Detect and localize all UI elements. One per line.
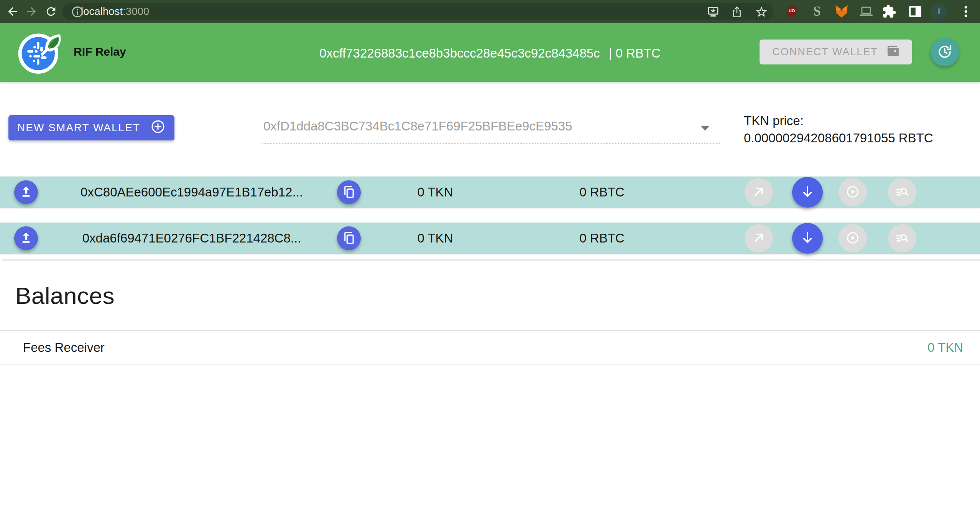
copy-icon [342,185,356,200]
balance-row-value: 0 TKN [927,331,963,365]
bookmark-star-icon[interactable] [755,5,768,18]
account-address: 0xcff73226883c1ce8b3bccc28e45c3c92c84348… [319,46,600,60]
connect-wallet-button[interactable]: CONNECT WALLET [760,40,912,64]
balance-row: Fees Receiver 0 TKN [0,331,980,365]
url-port: :3000 [123,6,149,17]
surfshark-icon[interactable]: S [810,4,824,19]
upload-icon [19,185,33,200]
play-circle-icon [845,231,860,246]
connect-wallet-label: CONNECT WALLET [772,46,878,58]
upload-icon [19,231,33,246]
wallet-address: 0xda6f69471E0276FC1BF221428C8... [58,223,326,254]
plus-circle-icon [150,119,166,137]
ublock-shield-icon[interactable]: UO [784,4,799,19]
smart-wallet-select-value: 0xfD1dda8C3BC734Bc1C8e71F69F25BFBEe9cE95… [263,119,572,134]
wallet-rbtc-balance: 0 RBTC [556,177,648,208]
kebab-menu-icon[interactable] [959,4,973,19]
list-search-icon [895,185,909,200]
execute-button[interactable] [839,178,867,206]
copy-address-button[interactable] [337,180,361,204]
list-search-icon [895,231,909,246]
receive-button[interactable] [792,177,823,208]
separator: | [609,46,612,60]
extensions-puzzle-icon[interactable] [882,4,896,19]
profile-avatar[interactable]: I [931,3,947,20]
receive-button[interactable] [792,223,823,254]
forward-arrow-icon[interactable] [25,5,38,18]
section-divider [2,259,980,261]
refresh-button[interactable] [931,38,959,66]
account-balance: 0 RBTC [616,46,661,60]
execute-button[interactable] [839,224,867,252]
address-bar[interactable]: localhost:3000 [62,3,773,20]
smart-wallet-row: 0xC80AEe600Ec1994a97E1B17eb12... 0 TKN 0… [0,177,980,208]
transfer-button[interactable] [745,178,773,206]
row-divider [0,365,980,365]
balances-title: Balances [15,282,115,309]
copy-address-button[interactable] [337,226,361,250]
smart-wallet-row: 0xda6f69471E0276FC1BF221428C8... 0 TKN 0… [0,223,980,254]
wallet-tkn-balance: 0 TKN [397,223,474,254]
transfer-button[interactable] [745,224,773,252]
deploy-wallet-button[interactable] [14,226,38,250]
arrow-down-icon [799,230,816,247]
arrow-down-icon [799,184,816,201]
play-circle-icon [845,185,860,200]
tkn-price: TKN price: 0.00000294208601791055 RBTC [744,112,933,147]
wallet-rbtc-balance: 0 RBTC [556,223,648,254]
arrow-up-right-icon [751,231,766,246]
new-smart-wallet-button[interactable]: NEW SMART WALLET [8,115,174,140]
new-smart-wallet-label: NEW SMART WALLET [17,122,140,134]
dropdown-caret-icon [701,126,709,131]
install-app-icon[interactable] [707,5,720,18]
relay-history-button[interactable] [888,178,916,206]
url-host: localhost:3000 [81,6,149,18]
wallet-tkn-balance: 0 TKN [397,177,474,208]
svg-text:UO: UO [789,8,795,13]
tkn-price-label: TKN price: [744,112,933,130]
deploy-wallet-button[interactable] [14,180,38,204]
balance-row-label: Fees Receiver [23,331,105,365]
relay-history-button[interactable] [888,224,916,252]
tkn-price-value: 0.00000294208601791055 RBTC [744,130,933,147]
svg-text:S: S [813,4,821,19]
copy-icon [342,231,356,246]
laptop-icon[interactable] [859,4,873,19]
wallet-address: 0xC80AEe600Ec1994a97E1B17eb12... [58,177,326,208]
reload-icon[interactable] [44,5,58,18]
refresh-clock-icon [937,44,953,61]
arrow-up-right-icon [751,185,766,200]
share-icon[interactable] [730,5,743,18]
info-icon[interactable] [71,5,84,18]
browser-toolbar: localhost:3000 UO S [0,0,980,23]
side-panel-icon[interactable] [908,4,922,19]
back-arrow-icon[interactable] [6,5,19,18]
screen: localhost:3000 UO S [0,0,980,518]
metamask-fox-icon[interactable] [834,4,849,19]
wallet-icon [886,44,899,60]
app-header: RIF Relay 0xcff73226883c1ce8b3bccc28e45c… [0,23,980,82]
smart-wallet-select[interactable]: 0xfD1dda8C3BC734Bc1C8e71F69F25BFBEe9cE95… [262,116,720,144]
